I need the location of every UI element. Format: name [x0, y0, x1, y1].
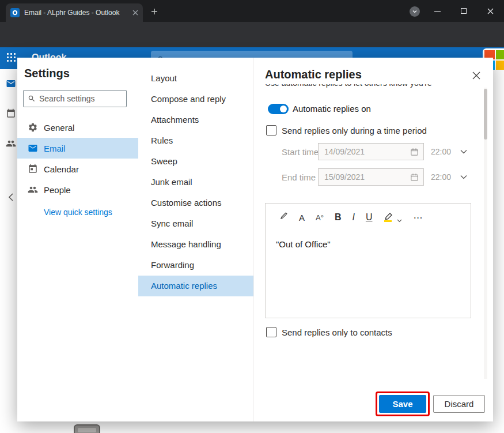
- chevron-down-icon: [460, 149, 467, 154]
- settings-search-input[interactable]: [39, 94, 122, 103]
- rail-calendar-icon[interactable]: [6, 108, 16, 119]
- settings-nav-label: General: [44, 123, 74, 133]
- toggle-knob: [280, 106, 287, 112]
- font-size-button[interactable]: A°: [316, 213, 324, 222]
- start-time-label: Start time: [282, 147, 319, 157]
- contacts-only-checkbox-label: Send replies only to contacts: [282, 327, 392, 338]
- app-launcher-waffle-icon[interactable]: [7, 53, 17, 63]
- discard-button[interactable]: Discard: [433, 395, 485, 413]
- settings-nav-general[interactable]: General: [17, 117, 138, 138]
- chevron-down-icon: [397, 219, 402, 223]
- end-time-value: 22:00: [431, 172, 451, 182]
- mail-nav-item[interactable]: Customise actions: [138, 193, 253, 213]
- mail-nav-item[interactable]: Layout: [138, 68, 253, 89]
- settings-nav-label: Calendar: [44, 164, 79, 174]
- more-formatting-icon[interactable]: ⋯: [413, 212, 423, 223]
- mail-nav-item[interactable]: Forwarding: [138, 255, 253, 276]
- start-time-dropdown[interactable]: 22:00: [431, 143, 467, 160]
- tab-close-icon[interactable]: [132, 10, 138, 16]
- format-painter-icon[interactable]: [278, 212, 288, 223]
- reply-message-text[interactable]: "Out of Office": [266, 229, 471, 249]
- time-period-checkbox-label: Send replies only during a time period: [282, 125, 427, 136]
- outlook-page: Outlook Settings: [0, 47, 504, 433]
- mail-nav-item[interactable]: Attachments: [138, 110, 253, 130]
- collapse-chevron-icon[interactable]: [7, 193, 17, 203]
- editor-toolbar: A A° B I U ⋯: [266, 204, 471, 229]
- mail-nav-item[interactable]: Compose and reply: [138, 89, 253, 110]
- end-time-label: End time: [282, 172, 316, 183]
- search-icon: [28, 95, 36, 103]
- settings-search-box[interactable]: [23, 90, 127, 107]
- font-button[interactable]: A: [299, 213, 305, 223]
- time-period-checkbox[interactable]: [266, 125, 276, 135]
- mail-nav-item[interactable]: Sync email: [138, 213, 253, 234]
- toggle-label: Automatic replies on: [293, 104, 371, 114]
- browser-toolbar: outlook.live.com/mail/0/options/mail/aut…: [0, 22, 504, 47]
- calendar-icon: [28, 164, 38, 174]
- highlighter-icon: [383, 212, 395, 223]
- end-date-field[interactable]: [318, 168, 424, 186]
- window-minimize-button[interactable]: [424, 0, 450, 22]
- save-button[interactable]: Save: [379, 395, 426, 413]
- mail-nav-item[interactable]: Sweep: [138, 151, 253, 172]
- settings-modal: Settings General Email: [17, 58, 493, 421]
- reply-message-editor[interactable]: A A° B I U ⋯ "Out of Office": [265, 203, 471, 318]
- panel-scrollbar-thumb[interactable]: [484, 89, 487, 140]
- tab-title: Email - ALphr Guides - Outlook: [24, 9, 129, 17]
- profile-chevron-icon[interactable]: [410, 6, 420, 17]
- rail-mail-icon[interactable]: [6, 78, 16, 89]
- highlight-button[interactable]: [383, 212, 402, 223]
- column-divider: [253, 58, 254, 421]
- new-tab-button[interactable]: [149, 6, 160, 17]
- settings-nav-label: Email: [44, 144, 66, 153]
- start-date-field[interactable]: [318, 143, 424, 160]
- gear-icon: [28, 122, 38, 133]
- settings-nav-calendar[interactable]: Calendar: [17, 159, 138, 179]
- close-icon[interactable]: [471, 70, 482, 81]
- mail-settings-nav: Layout Compose and reply Attachments Rul…: [138, 58, 253, 421]
- view-quick-settings-link[interactable]: View quick settings: [44, 208, 138, 217]
- people-icon: [28, 185, 38, 195]
- mail-nav-item[interactable]: Rules: [138, 130, 253, 151]
- bold-button[interactable]: B: [335, 212, 342, 223]
- calendar-picker-icon: [410, 173, 419, 182]
- partially-visible-widget: [74, 424, 100, 433]
- window-maximize-button[interactable]: [450, 0, 477, 22]
- panel-title: Automatic replies: [265, 68, 362, 81]
- mail-nav-item-automatic-replies[interactable]: Automatic replies: [138, 276, 253, 296]
- mail-nav-item[interactable]: Message handling: [138, 234, 253, 255]
- chevron-down-icon: [460, 175, 467, 179]
- settings-nav-label: People: [44, 185, 71, 195]
- start-date-input[interactable]: [324, 147, 410, 156]
- start-time-value: 22:00: [431, 147, 451, 156]
- browser-tab-bar: Email - ALphr Guides - Outlook: [0, 0, 504, 22]
- settings-nav-people[interactable]: People: [17, 179, 138, 200]
- calendar-picker-icon: [410, 148, 419, 156]
- settings-title: Settings: [24, 67, 70, 80]
- clipped-intro-text: Use automatic replies to let others know…: [265, 84, 432, 89]
- contacts-only-checkbox[interactable]: [266, 327, 276, 337]
- browser-tab[interactable]: Email - ALphr Guides - Outlook: [6, 3, 143, 22]
- outlook-favicon-icon: [10, 8, 20, 17]
- screen: Email - ALphr Guides - Outlook: [0, 0, 504, 433]
- settings-nav-email[interactable]: Email: [17, 138, 138, 159]
- rail-people-icon[interactable]: [6, 138, 16, 149]
- underline-button[interactable]: U: [366, 212, 373, 223]
- end-time-dropdown[interactable]: 22:00: [431, 168, 467, 186]
- mail-nav-item[interactable]: Junk email: [138, 172, 253, 193]
- window-close-button[interactable]: [477, 0, 503, 22]
- end-date-input[interactable]: [324, 172, 410, 182]
- italic-button[interactable]: I: [352, 212, 354, 223]
- mail-icon: [28, 143, 38, 153]
- automatic-replies-toggle[interactable]: [268, 104, 289, 114]
- settings-category-nav: General Email Calendar: [17, 117, 138, 217]
